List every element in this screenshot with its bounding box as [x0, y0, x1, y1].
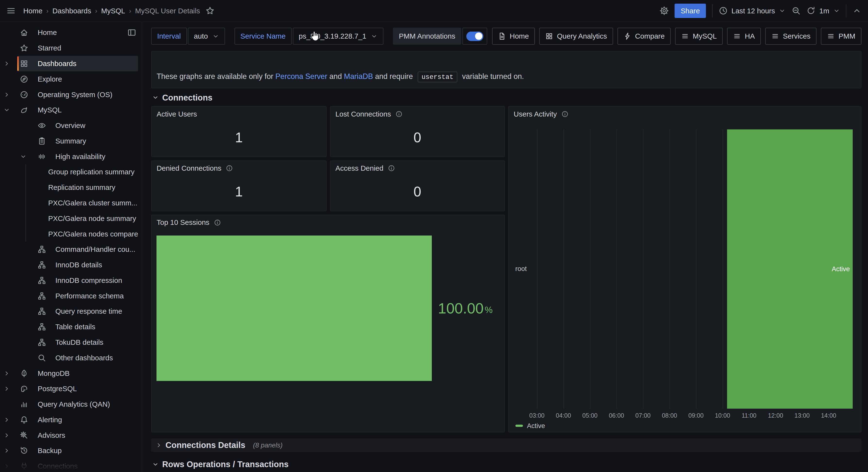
sidebar-item-summary[interactable]: Summary [0, 133, 142, 149]
sidebar-item-mysql[interactable]: MySQL [0, 102, 142, 118]
sidebar-item-query-response-time[interactable]: Query response time [0, 304, 142, 319]
breadcrumb-item[interactable]: Home [23, 7, 42, 15]
sidebar-item-home[interactable]: Home [0, 25, 142, 40]
panel-active-users: Active Users 1 [151, 106, 327, 157]
axis-tick-label: 08:00 [662, 412, 677, 419]
clock-icon [719, 6, 727, 15]
interval-variable-label: Interval [151, 28, 187, 45]
grid-line [617, 129, 617, 409]
sidebar-item-innodb-compression[interactable]: InnoDB compression [0, 273, 142, 288]
users-activity-plot[interactable]: Active [530, 129, 853, 409]
info-icon[interactable] [388, 165, 395, 172]
sidebar-item-performance-schema[interactable]: Performance schema [0, 288, 142, 304]
breadcrumb-item[interactable]: Dashboards [53, 7, 91, 15]
sidebar-item-label: PostgreSQL [0, 384, 77, 393]
sidebar-item-mongodb[interactable]: MongoDB [0, 366, 142, 381]
axis-tick-label: 07:00 [636, 412, 651, 419]
sidebar-item-replication-summary[interactable]: Replication summary [0, 180, 142, 195]
sidebar-item-label: Replication summary [0, 183, 116, 192]
refresh-picker[interactable]: 1m [807, 6, 840, 15]
sidebar-item-pxc-galera-cluster-summ[interactable]: PXC/Galera cluster summ... [0, 195, 142, 211]
service-name-variable-select[interactable]: ps_8.0_3.19.228.7_1 [293, 28, 383, 45]
chevron-down-icon [212, 33, 219, 40]
list-icon [827, 32, 835, 40]
panel-lost-connections: Lost Connections 0 [330, 106, 505, 157]
chevron-down-icon [371, 33, 377, 40]
sidebar-item-label: Explore [0, 75, 62, 83]
refresh-interval-label: 1m [819, 7, 829, 15]
axis-tick-label: 03:00 [529, 412, 545, 419]
breadcrumb-separator: › [129, 7, 131, 15]
breadcrumb-item[interactable]: MySQL [101, 7, 125, 15]
interval-variable-select[interactable]: auto [188, 28, 225, 45]
section-header-connections-details[interactable]: Connections Details (8 panels) [151, 438, 862, 452]
info-icon[interactable] [395, 110, 403, 118]
list-icon [681, 32, 689, 40]
sidebar-item-table-details[interactable]: Table details [0, 319, 142, 335]
dashboard-link-ha[interactable]: HA [727, 28, 761, 45]
sidebar-item-dashboards[interactable]: Dashboards [0, 56, 142, 71]
percona-server-link[interactable]: Percona Server [275, 72, 327, 80]
sidebar-item-pxc-galera-nodes-compare[interactable]: PXC/Galera nodes compare [0, 226, 142, 242]
sidebar-item-command-handler-cou[interactable]: Command/Handler cou... [0, 242, 142, 257]
dashboard-link-mysql[interactable]: MySQL [675, 28, 723, 45]
favorite-star-icon[interactable] [206, 6, 214, 15]
sidebar-item-connections[interactable]: Connections [0, 459, 142, 472]
sidebar-item-starred[interactable]: Starred [0, 40, 142, 56]
breadcrumb-separator: › [46, 7, 49, 15]
dashboard-link-home[interactable]: Home [492, 28, 535, 45]
zoom-out-icon[interactable] [792, 6, 801, 15]
sidebar-item-overview[interactable]: Overview [0, 118, 142, 133]
time-axis: 03:0004:0005:0006:0007:0008:0009:0010:00… [530, 412, 853, 420]
sidebar-item-explore[interactable]: Explore [0, 71, 142, 87]
sidebar-item-advisors[interactable]: Advisors [0, 428, 142, 443]
sidebar-item-alerting[interactable]: Alerting [0, 412, 142, 428]
grafana-dashboard-page: Home›Dashboards›MySQL›MySQL User Details… [0, 0, 868, 472]
dashboard-link-compare[interactable]: Compare [617, 28, 671, 45]
dashboard-link-pmm[interactable]: PMM [821, 28, 861, 45]
active-state-bar[interactable]: Active [727, 129, 853, 409]
mariadb-link[interactable]: MariaDB [344, 72, 373, 80]
axis-tick-label: 04:00 [556, 412, 571, 419]
sidebar-item-pxc-galera-node-summary[interactable]: PXC/Galera node summary [0, 211, 142, 226]
sidebar-item-label: InnoDB details [0, 261, 102, 269]
sidebar-item-other-dashboards[interactable]: Other dashboards [0, 350, 142, 366]
pmm-annotations-toggle[interactable] [462, 28, 488, 45]
info-icon[interactable] [226, 165, 233, 172]
sidebar-item-operating-system-os[interactable]: Operating System (OS) [0, 87, 142, 102]
legend-item-active[interactable]: Active [516, 422, 545, 430]
sidebar-item-tokudb-details[interactable]: TokuDB details [0, 335, 142, 350]
sidebar-item-backup[interactable]: Backup [0, 443, 142, 459]
hamburger-menu-icon[interactable] [6, 6, 15, 15]
grid-line [537, 129, 537, 409]
sidebar-item-label: Performance schema [0, 292, 124, 300]
sidebar-item-innodb-details[interactable]: InnoDB details [0, 257, 142, 273]
sidebar-item-postgresql[interactable]: PostgreSQL [0, 381, 142, 397]
axis-tick-label: 06:00 [609, 412, 624, 419]
share-button[interactable]: Share [675, 4, 706, 18]
dashboard-link-services[interactable]: Services [765, 28, 816, 45]
panel-users-activity: Users Activity Active root 03:0004:0005:… [508, 106, 861, 432]
sidebar-item-query-analytics-qan[interactable]: Query Analytics (QAN) [0, 397, 142, 412]
panel-title: Top 10 Sessions [156, 218, 209, 227]
collapse-topbar-icon[interactable] [852, 6, 861, 15]
sidebar-item-label: MySQL [0, 106, 62, 114]
panel-top-10-sessions: Top 10 Sessions 100.00% [151, 215, 505, 433]
sidebar-item-high-availability[interactable]: High availability [0, 149, 142, 164]
sidebar-item-group-replication-summary[interactable]: Group replication summary [0, 164, 142, 180]
section-header-rows-operations[interactable]: Rows Operations / Transactions [152, 459, 861, 470]
dock-sidebar-icon[interactable] [127, 28, 136, 37]
time-range-picker[interactable]: Last 12 hours [719, 6, 786, 15]
grid-line [643, 129, 644, 409]
sidebar-item-label: Advisors [0, 431, 65, 439]
info-icon[interactable] [214, 219, 221, 226]
session-bar-gauge[interactable] [156, 236, 432, 381]
info-icon[interactable] [561, 110, 569, 118]
dashboard-link-query-analytics[interactable]: Query Analytics [539, 28, 613, 45]
section-header-connections[interactable]: Connections [152, 92, 861, 103]
usergraphs-note-panel: These graphs are available only for Perc… [151, 51, 862, 89]
breadcrumb-item: MySQL User Details [135, 7, 200, 15]
legend-label: Active [527, 422, 545, 430]
dashboard-settings-icon[interactable] [660, 6, 669, 15]
sidebar-item-label: Operating System (OS) [0, 91, 113, 99]
